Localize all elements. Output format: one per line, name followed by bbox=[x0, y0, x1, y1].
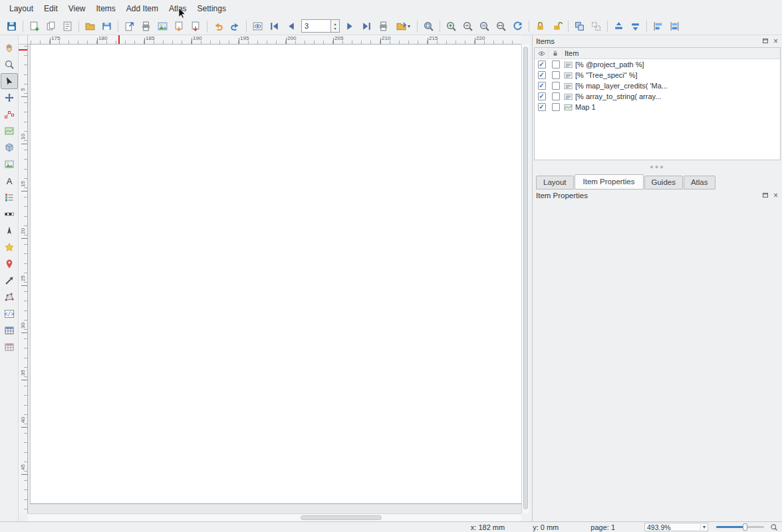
duplicate-layout-button[interactable] bbox=[43, 18, 59, 34]
ungroup-items-button[interactable] bbox=[588, 18, 604, 34]
tab-item-properties[interactable]: Item Properties bbox=[575, 174, 644, 190]
new-layout-button[interactable] bbox=[26, 18, 43, 34]
layout-manager-button[interactable] bbox=[59, 18, 76, 34]
lock-checkbox[interactable] bbox=[552, 103, 560, 111]
add-map-button[interactable] bbox=[1, 123, 18, 139]
add-marker-button[interactable] bbox=[1, 256, 18, 272]
vertical-scrollbar[interactable] bbox=[521, 45, 529, 513]
lock-checkbox[interactable] bbox=[552, 82, 560, 90]
vertical-scrollbar-thumb[interactable] bbox=[523, 47, 528, 509]
zoom-slider-handle[interactable] bbox=[743, 523, 747, 531]
zoom-out-button[interactable] bbox=[459, 18, 476, 34]
zoom-slider[interactable] bbox=[716, 523, 764, 531]
float-panel-icon[interactable] bbox=[762, 192, 769, 200]
table-row[interactable]: ✓ [% "Tree_speci" %] bbox=[535, 70, 780, 80]
export-as-image-button[interactable] bbox=[154, 18, 171, 34]
close-panel-icon[interactable]: × bbox=[773, 192, 778, 199]
first-feature-button[interactable] bbox=[266, 18, 283, 34]
table-row[interactable]: ✓ [% @project_path %] bbox=[535, 59, 780, 70]
export-atlas-button[interactable]: ▾ bbox=[392, 18, 414, 34]
item-column-header[interactable]: Item bbox=[563, 49, 579, 57]
add-html-button[interactable]: </> bbox=[1, 306, 18, 322]
lock-checkbox[interactable] bbox=[552, 61, 560, 68]
select-move-item-button[interactable] bbox=[1, 73, 18, 89]
zoom-actual-button[interactable] bbox=[476, 18, 493, 34]
visibility-checkbox[interactable]: ✓ bbox=[538, 61, 546, 68]
align-selected-items-button[interactable] bbox=[650, 18, 666, 34]
unlock-all-items-button[interactable] bbox=[549, 18, 565, 34]
add-picture-button[interactable] bbox=[1, 156, 18, 172]
refresh-button[interactable] bbox=[509, 18, 526, 34]
save-project-button[interactable] bbox=[3, 18, 20, 34]
visibility-checkbox[interactable]: ✓ bbox=[538, 82, 546, 90]
visibility-checkbox[interactable]: ✓ bbox=[538, 103, 546, 111]
zoom-full-button[interactable] bbox=[420, 18, 437, 34]
menu-edit[interactable]: Edit bbox=[39, 2, 63, 15]
add-shape-button[interactable] bbox=[1, 239, 18, 255]
raise-selected-items-button[interactable] bbox=[610, 18, 627, 34]
add-attribute-table-button[interactable] bbox=[1, 323, 18, 338]
close-panel-icon[interactable]: × bbox=[773, 38, 778, 45]
pan-tool-button[interactable] bbox=[1, 40, 18, 56]
lock-column-header[interactable] bbox=[549, 48, 563, 59]
print-button[interactable] bbox=[138, 18, 154, 34]
table-row[interactable]: ✓ [% map_layer_credits( 'Ma... bbox=[535, 80, 780, 91]
add-legend-button[interactable] bbox=[1, 190, 18, 205]
visibility-column-header[interactable] bbox=[535, 48, 549, 59]
horizontal-scrollbar[interactable] bbox=[28, 513, 521, 521]
atlas-feature-input[interactable] bbox=[301, 19, 330, 33]
layout-canvas[interactable] bbox=[28, 45, 521, 513]
lock-checkbox[interactable] bbox=[552, 92, 560, 100]
zoom-tool-button[interactable] bbox=[1, 57, 18, 72]
lock-checkbox[interactable] bbox=[552, 71, 560, 79]
lock-selected-items-button[interactable] bbox=[532, 18, 549, 34]
export-as-template-button[interactable] bbox=[121, 18, 138, 34]
move-item-content-button[interactable] bbox=[1, 90, 18, 106]
add-3d-map-button[interactable] bbox=[1, 140, 18, 156]
export-as-svg-button[interactable] bbox=[171, 18, 188, 34]
add-north-arrow-button[interactable] bbox=[1, 223, 18, 239]
add-scalebar-button[interactable] bbox=[1, 206, 18, 222]
table-row[interactable]: ✓ [% array_to_string( array... bbox=[535, 91, 780, 102]
edit-nodes-item-button[interactable] bbox=[1, 106, 18, 122]
last-feature-button[interactable] bbox=[358, 18, 375, 34]
zoom-in-button[interactable] bbox=[443, 18, 459, 34]
save-as-template-button[interactable] bbox=[98, 18, 115, 34]
visibility-checkbox[interactable]: ✓ bbox=[538, 71, 546, 79]
add-arrow-button[interactable] bbox=[1, 273, 18, 289]
tab-layout[interactable]: Layout bbox=[536, 176, 574, 190]
menu-view[interactable]: View bbox=[63, 2, 91, 15]
add-fixed-table-button[interactable] bbox=[1, 339, 18, 355]
tab-guides[interactable]: Guides bbox=[644, 176, 683, 190]
redo-button[interactable] bbox=[227, 18, 243, 34]
load-template-button[interactable] bbox=[82, 18, 98, 34]
export-as-pdf-button[interactable] bbox=[188, 18, 204, 34]
atlas-spinner[interactable]: ▴▾ bbox=[330, 19, 340, 33]
zoom-width-button[interactable] bbox=[493, 18, 509, 34]
zoom-level-combo[interactable]: 493.9% ▾ bbox=[644, 523, 708, 531]
preview-atlas-button[interactable] bbox=[249, 18, 266, 34]
horizontal-scrollbar-thumb[interactable] bbox=[301, 515, 382, 520]
panel-splitter-horizontal[interactable]: ●●● bbox=[533, 160, 782, 174]
previous-feature-button[interactable] bbox=[283, 18, 299, 34]
layout-page[interactable] bbox=[30, 45, 521, 504]
group-items-button[interactable] bbox=[571, 18, 588, 34]
toolbar-separator bbox=[207, 21, 207, 32]
label-item-icon bbox=[563, 82, 574, 90]
tab-atlas[interactable]: Atlas bbox=[684, 176, 716, 190]
lower-selected-items-button[interactable] bbox=[627, 18, 644, 34]
menu-settings[interactable]: Settings bbox=[192, 2, 231, 15]
menu-layout[interactable]: Layout bbox=[4, 2, 39, 15]
float-panel-icon[interactable] bbox=[762, 37, 769, 45]
next-feature-button[interactable] bbox=[342, 18, 358, 34]
add-node-item-button[interactable] bbox=[1, 289, 18, 305]
menu-atlas[interactable]: Atlas bbox=[164, 2, 192, 15]
visibility-checkbox[interactable]: ✓ bbox=[538, 92, 546, 100]
add-label-button[interactable]: A bbox=[1, 173, 18, 189]
menu-add-item[interactable]: Add Item bbox=[121, 2, 164, 15]
print-atlas-button[interactable] bbox=[375, 18, 392, 34]
undo-button[interactable] bbox=[210, 18, 227, 34]
menu-items[interactable]: Items bbox=[91, 2, 121, 15]
table-row[interactable]: ✓ Map 1 bbox=[535, 102, 780, 112]
distribute-selected-items-button[interactable] bbox=[666, 18, 683, 34]
